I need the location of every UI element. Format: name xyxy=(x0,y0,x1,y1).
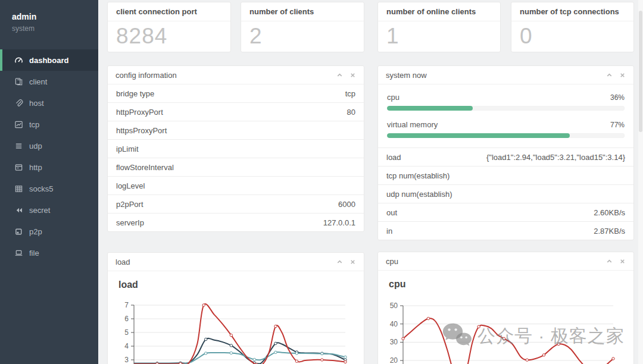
panel-header: cpu xyxy=(378,252,633,271)
gauge-label: cpu xyxy=(387,93,399,102)
config-information-panel: config information bridge type tcp httpP… xyxy=(107,65,364,232)
sidebar-item-http[interactable]: http xyxy=(0,156,98,178)
config-value: 127.0.0.1 xyxy=(323,218,355,227)
config-key: bridge type xyxy=(116,89,154,98)
close-icon[interactable] xyxy=(349,72,356,79)
collapse-icon[interactable] xyxy=(336,72,343,79)
list-icon xyxy=(14,142,23,150)
sidebar-item-label: client xyxy=(29,77,47,86)
system-row: udp num(establish) xyxy=(378,185,633,203)
gauge-label: virtual memory xyxy=(387,120,438,129)
panel-tools xyxy=(606,258,626,265)
svg-text:3: 3 xyxy=(124,356,129,364)
system-key: in xyxy=(386,227,392,236)
laptop-icon xyxy=(14,249,23,258)
system-now-panel: system now cpu 36% virtual memory 77% xyxy=(377,65,634,240)
config-row: serverIp 127.0.0.1 xyxy=(108,214,364,231)
stat-card-title: number of clients xyxy=(241,2,364,21)
config-value: 80 xyxy=(347,108,355,117)
config-row: logLevel xyxy=(108,177,364,195)
panel-title: config information xyxy=(116,71,177,80)
progress-fill xyxy=(387,133,570,138)
close-icon[interactable] xyxy=(619,72,626,79)
stat-card-online-clients: number of online clients 1 xyxy=(377,2,501,52)
stat-card-value: 0 xyxy=(511,21,633,49)
sidebar-item-client[interactable]: client xyxy=(0,71,98,92)
system-key: load xyxy=(386,153,401,162)
system-key: out xyxy=(386,208,397,217)
system-value: {"load1":2.94,"load5":3.21,"load15":3.14… xyxy=(486,153,625,162)
gauge-percent: 36% xyxy=(610,93,625,102)
svg-text:40: 40 xyxy=(390,320,398,328)
dashboard-icon xyxy=(14,56,23,65)
sidebar-item-label: http xyxy=(29,163,42,172)
collapse-icon[interactable] xyxy=(606,258,613,265)
config-row: httpsProxyPort xyxy=(108,121,364,140)
svg-text:6: 6 xyxy=(124,315,129,323)
panel-title: cpu xyxy=(386,257,398,266)
sidebar: admin system dashboard client host xyxy=(0,0,98,364)
cpu-gauge: cpu 36% xyxy=(387,93,625,111)
system-row: load {"load1":2.94,"load5":3.21,"load15"… xyxy=(378,148,633,167)
line-chart-icon xyxy=(14,120,23,129)
load-line-chart: 76543 xyxy=(117,296,355,364)
gauge-percent: 77% xyxy=(610,121,625,129)
sidebar-item-p2p[interactable]: p2p xyxy=(0,221,98,242)
user-block: admin system xyxy=(0,0,98,33)
cpu-chart-panel: cpu cpu 50403020 xyxy=(377,252,634,364)
stat-card-number-of-clients: number of clients 2 xyxy=(241,2,364,52)
scrollbar-thumb[interactable] xyxy=(639,11,642,132)
svg-text:4: 4 xyxy=(124,342,129,350)
collapse-icon[interactable] xyxy=(606,72,613,79)
progress-fill xyxy=(387,106,473,111)
system-row: out 2.60KB/s xyxy=(378,203,633,222)
close-icon[interactable] xyxy=(349,259,356,265)
sidebar-item-udp[interactable]: udp xyxy=(0,135,98,156)
config-key: p2pPort xyxy=(116,200,143,209)
main-content: client connection port 8284 number of cl… xyxy=(98,0,643,364)
config-row: flowStoreInterval xyxy=(108,158,364,177)
panel-tools xyxy=(336,72,356,79)
gauge-block: cpu 36% virtual memory 77% xyxy=(378,84,633,148)
square-icon xyxy=(14,227,23,236)
window-icon xyxy=(14,163,23,172)
panel-tools xyxy=(606,72,626,79)
sidebar-item-tcp[interactable]: tcp xyxy=(0,114,98,135)
stat-card-value: 8284 xyxy=(108,21,230,49)
client-icon xyxy=(14,77,23,86)
stat-card-tcp-connections: number of tcp connections 0 xyxy=(511,2,634,52)
config-key: ipLimit xyxy=(116,145,139,153)
cpu-line-chart: 50403020 xyxy=(387,296,625,364)
panel-header: load xyxy=(108,253,364,271)
backward-icon xyxy=(14,206,23,215)
sidebar-item-label: dashboard xyxy=(29,56,68,65)
sidebar-item-file[interactable]: file xyxy=(0,242,98,263)
sidebar-item-label: file xyxy=(29,249,39,258)
config-value: tcp xyxy=(345,89,355,98)
config-value: 6000 xyxy=(338,200,355,209)
sidebar-item-secret[interactable]: secret xyxy=(0,199,98,221)
config-key: serverIp xyxy=(116,218,144,227)
config-row: bridge type tcp xyxy=(108,84,364,103)
config-row: ipLimit xyxy=(108,140,364,158)
sidebar-item-label: tcp xyxy=(29,120,39,129)
system-row: in 2.87KB/s xyxy=(378,222,633,240)
system-value: 2.87KB/s xyxy=(594,227,625,236)
stat-card-value: 2 xyxy=(241,21,364,49)
chart-title: load xyxy=(118,280,355,290)
svg-text:20: 20 xyxy=(390,356,398,364)
svg-text:30: 30 xyxy=(390,338,398,346)
stat-card-title: number of tcp connections xyxy=(511,2,633,21)
svg-text:7: 7 xyxy=(124,301,129,309)
sidebar-menu: dashboard client host tcp xyxy=(0,49,98,263)
close-icon[interactable] xyxy=(619,258,626,265)
chart-title: cpu xyxy=(389,279,625,290)
progress-track xyxy=(387,133,625,138)
sidebar-item-socks5[interactable]: socks5 xyxy=(0,178,98,199)
collapse-icon[interactable] xyxy=(336,259,343,265)
progress-track xyxy=(387,106,625,111)
sidebar-item-host[interactable]: host xyxy=(0,92,98,114)
virtual-memory-gauge: virtual memory 77% xyxy=(387,120,625,138)
sidebar-item-dashboard[interactable]: dashboard xyxy=(0,49,98,71)
load-chart-panel: load load 76543 xyxy=(107,252,364,364)
